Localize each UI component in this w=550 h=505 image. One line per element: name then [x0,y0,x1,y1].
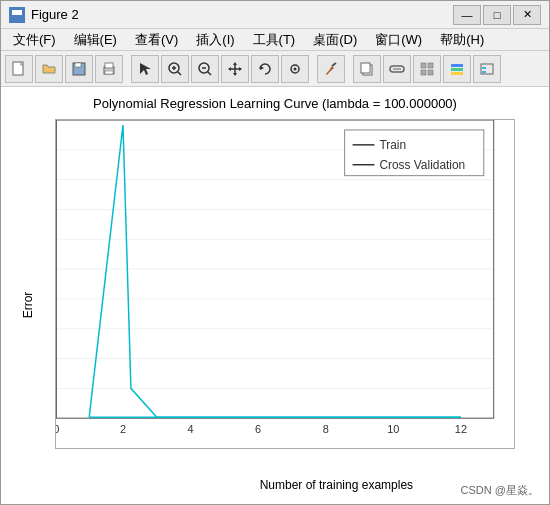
copy-button[interactable] [353,55,381,83]
menu-bar: 文件(F) 编辑(E) 查看(V) 插入(I) 工具(T) 桌面(D) 窗口(W… [1,29,549,51]
pan-button[interactable] [221,55,249,83]
menu-desktop[interactable]: 桌面(D) [305,29,365,51]
chart-container: Polynomial Regression Learning Curve (la… [15,96,535,496]
svg-rect-33 [451,64,463,67]
datacursor-button[interactable] [281,55,309,83]
svg-marker-9 [140,63,151,75]
zoom-in-button[interactable] [161,55,189,83]
menu-help[interactable]: 帮助(H) [432,29,492,51]
link-button[interactable] [383,55,411,83]
toolbar [1,51,549,87]
svg-text:4: 4 [188,423,194,435]
maximize-button[interactable]: □ [483,5,511,25]
svg-text:0: 0 [55,423,59,435]
svg-rect-26 [361,63,370,73]
svg-rect-8 [105,71,113,74]
brush-button[interactable] [317,55,345,83]
svg-line-11 [178,71,182,75]
watermark: CSDN @星焱。 [461,483,539,498]
svg-marker-17 [233,62,237,65]
svg-rect-34 [451,68,463,71]
save-button[interactable] [65,55,93,83]
menu-edit[interactable]: 编辑(E) [66,29,125,51]
svg-marker-19 [228,67,231,71]
svg-text:10: 10 [387,423,399,435]
y-axis-label: Error [21,292,35,319]
zoom-out-button[interactable] [191,55,219,83]
svg-rect-2 [12,15,22,20]
chart-title: Polynomial Regression Learning Curve (la… [93,96,457,111]
open-button[interactable] [35,55,63,83]
legend-button[interactable] [473,55,501,83]
svg-marker-20 [239,67,242,71]
figure-window: Figure 2 — □ ✕ 文件(F) 编辑(E) 查看(V) 插入(I) 工… [0,0,550,505]
menu-insert[interactable]: 插入(I) [188,29,242,51]
title-bar-left: Figure 2 [9,7,79,23]
svg-marker-21 [260,66,264,70]
svg-text:8: 8 [323,423,329,435]
svg-rect-30 [428,63,433,68]
new-button[interactable] [5,55,33,83]
svg-rect-29 [421,63,426,68]
svg-text:12: 12 [455,423,467,435]
close-button[interactable]: ✕ [513,5,541,25]
chart-svg: 0 10 20 30 40 50 60 70 80 90 100 0 2 [55,119,515,449]
svg-text:6: 6 [255,423,261,435]
menu-tools[interactable]: 工具(T) [245,29,304,51]
svg-rect-35 [451,72,463,75]
minimize-button[interactable]: — [453,5,481,25]
svg-line-24 [332,63,336,66]
rotate-button[interactable] [251,55,279,83]
svg-text:Cross Validation: Cross Validation [379,157,465,171]
figure-icon [9,7,25,23]
svg-rect-31 [421,70,426,75]
colorbar-button[interactable] [443,55,471,83]
svg-line-15 [208,71,212,75]
svg-point-23 [294,67,297,70]
menu-file[interactable]: 文件(F) [5,29,64,51]
plot-area: Polynomial Regression Learning Curve (la… [1,87,549,504]
menu-view[interactable]: 查看(V) [127,29,186,51]
svg-rect-32 [428,70,433,75]
svg-text:2: 2 [120,423,126,435]
menu-window[interactable]: 窗口(W) [367,29,430,51]
grid-button[interactable] [413,55,441,83]
print-button[interactable] [95,55,123,83]
svg-text:Train: Train [379,137,406,151]
title-bar-buttons[interactable]: — □ ✕ [453,5,541,25]
x-axis-label: Number of training examples [260,478,413,492]
arrow-tool[interactable] [131,55,159,83]
svg-rect-7 [105,63,113,68]
window-title: Figure 2 [31,7,79,22]
title-bar: Figure 2 — □ ✕ [1,1,549,29]
svg-rect-5 [75,63,81,67]
svg-marker-18 [233,73,237,76]
